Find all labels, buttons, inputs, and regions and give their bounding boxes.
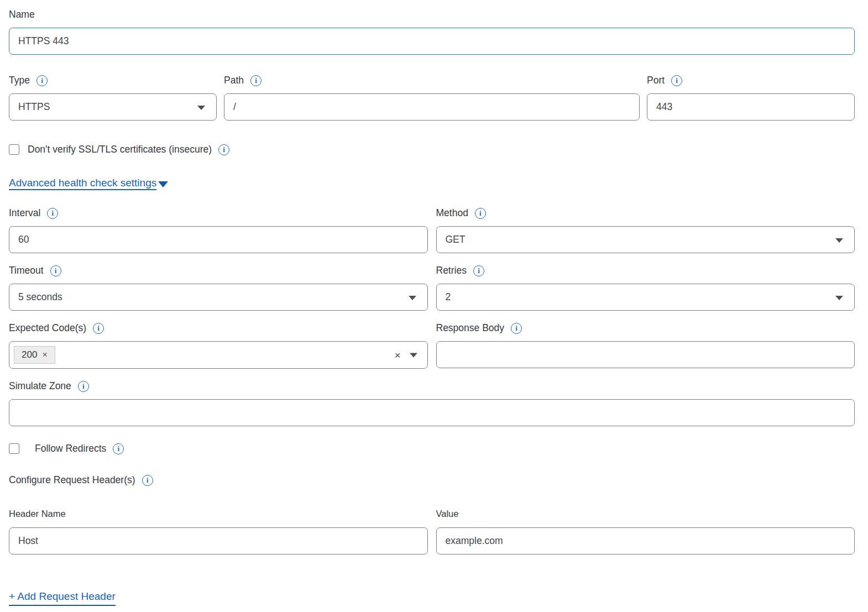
ssl-verify-label: Don't verify SSL/TLS certificates (insec… — [28, 144, 212, 155]
ssl-verify-checkbox[interactable] — [9, 144, 19, 155]
timeout-select[interactable]: 5 seconds — [9, 284, 428, 311]
port-input[interactable] — [647, 93, 855, 121]
header-name-field: Header Name — [9, 493, 428, 555]
expected-codes-field: Expected Code(s) i 200 × × — [9, 322, 428, 369]
timeout-label: Timeout — [9, 265, 44, 276]
port-label: Port — [647, 75, 665, 86]
interval-info-icon[interactable]: i — [47, 208, 58, 219]
path-field: Path i — [224, 75, 640, 121]
port-field: Port i — [647, 75, 855, 121]
clear-all-icon[interactable]: × — [394, 350, 400, 360]
follow-redirects-checkbox[interactable] — [9, 443, 19, 454]
path-label: Path — [224, 75, 244, 86]
header-row: Header Name Value — [9, 493, 855, 566]
expected-codes-multiselect[interactable]: 200 × × — [9, 341, 428, 369]
chevron-down-icon[interactable] — [410, 353, 417, 357]
header-value-input[interactable] — [436, 527, 855, 555]
request-headers-label: Configure Request Header(s) — [9, 474, 135, 486]
type-label: Type — [9, 75, 30, 86]
method-field: Method i GET — [436, 207, 855, 253]
header-name-label: Header Name — [9, 509, 428, 519]
chevron-down-icon — [197, 106, 205, 110]
timeout-info-icon[interactable]: i — [50, 265, 61, 276]
ssl-verify-row: Don't verify SSL/TLS certificates (insec… — [9, 144, 855, 155]
header-value-field: Value — [436, 493, 855, 555]
type-field: Type i HTTPS — [9, 75, 217, 121]
type-select-value: HTTPS — [18, 101, 50, 113]
type-path-port-row: Type i HTTPS Path i Port i — [9, 75, 855, 121]
retries-select[interactable]: 2 — [436, 284, 855, 311]
name-label-row: Name — [9, 9, 855, 20]
ssl-verify-info-icon[interactable]: i — [218, 144, 229, 155]
response-body-field: Response Body i — [436, 322, 855, 369]
method-select[interactable]: GET — [436, 226, 855, 253]
follow-redirects-label: Follow Redirects — [35, 443, 106, 454]
response-body-input[interactable] — [436, 341, 855, 368]
expected-codes-label: Expected Code(s) — [9, 322, 86, 334]
add-request-header-link[interactable]: + Add Request Header — [9, 590, 116, 606]
follow-redirects-row: Follow Redirects i — [9, 443, 855, 454]
follow-redirects-info-icon[interactable]: i — [113, 443, 124, 454]
timeout-field: Timeout i 5 seconds — [9, 265, 428, 311]
interval-label: Interval — [9, 207, 40, 219]
triangle-down-icon[interactable] — [158, 181, 168, 187]
chevron-down-icon — [835, 296, 843, 300]
tag-remove-icon[interactable]: × — [42, 350, 47, 360]
path-input[interactable] — [224, 93, 640, 121]
interval-field: Interval i — [9, 207, 428, 253]
name-label: Name — [9, 9, 35, 20]
simulate-zone-input[interactable] — [9, 399, 855, 426]
header-value-label: Value — [436, 509, 855, 519]
type-select[interactable]: HTTPS — [9, 93, 217, 121]
advanced-settings-section: Interval i Method i GET Timeout — [9, 207, 855, 612]
interval-input[interactable] — [9, 226, 428, 253]
retries-label: Retries — [436, 265, 467, 276]
response-body-info-icon[interactable]: i — [511, 323, 522, 334]
method-select-value: GET — [446, 234, 466, 245]
retries-select-value: 2 — [446, 291, 451, 303]
advanced-settings-row: Advanced health check settings — [9, 177, 855, 189]
response-body-label: Response Body — [436, 322, 505, 334]
simulate-zone-label: Simulate Zone — [9, 380, 71, 392]
chevron-down-icon — [835, 238, 843, 243]
health-check-form: Name Type i HTTPS Path i Port i — [0, 0, 868, 612]
port-info-icon[interactable]: i — [671, 75, 682, 86]
type-info-icon[interactable]: i — [36, 75, 48, 86]
timeout-select-value: 5 seconds — [18, 291, 62, 303]
expected-code-tag-value: 200 — [22, 349, 37, 360]
chevron-down-icon — [409, 296, 416, 300]
request-headers-section: Configure Request Header(s) i Header Nam… — [9, 474, 855, 606]
path-info-icon[interactable]: i — [250, 75, 262, 86]
request-headers-info-icon[interactable]: i — [142, 475, 153, 486]
retries-field: Retries i 2 — [436, 265, 855, 311]
expected-codes-info-icon[interactable]: i — [93, 323, 104, 334]
header-name-input[interactable] — [9, 527, 428, 555]
simulate-zone-info-icon[interactable]: i — [78, 381, 89, 392]
name-input[interactable] — [9, 28, 855, 55]
retries-info-icon[interactable]: i — [473, 265, 484, 276]
method-label: Method — [436, 207, 468, 219]
advanced-settings-link[interactable]: Advanced health check settings — [9, 177, 156, 189]
simulate-zone-field: Simulate Zone i — [9, 380, 855, 426]
expected-code-tag: 200 × — [14, 346, 55, 364]
method-info-icon[interactable]: i — [475, 208, 486, 219]
